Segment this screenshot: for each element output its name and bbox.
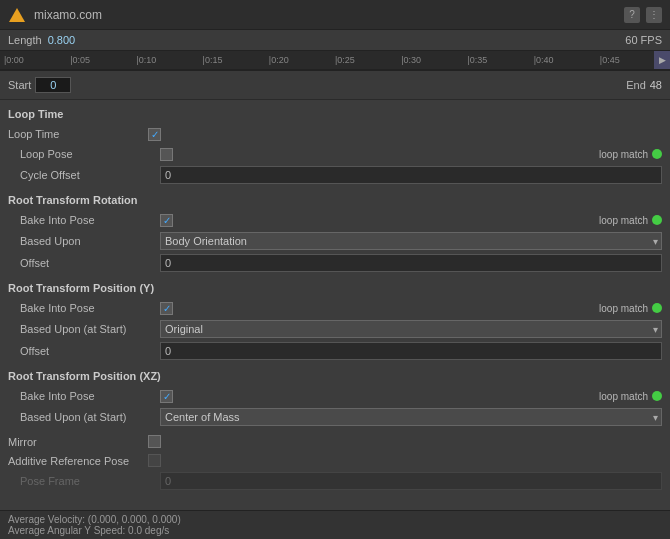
- root-position-y-offset-label: Offset: [20, 345, 160, 357]
- help-button[interactable]: ?: [624, 7, 640, 23]
- root-position-y-loop-match-label: loop match: [599, 303, 648, 314]
- ruler-mark-7: |0:35: [467, 55, 533, 65]
- root-rotation-based-upon-select[interactable]: Body Orientation Original Root Node Rota…: [160, 232, 662, 250]
- ruler-mark-4: |0:20: [269, 55, 335, 65]
- root-rotation-based-upon-label: Based Upon: [20, 235, 160, 247]
- root-position-y-bake-row: Bake Into Pose loop match: [0, 298, 670, 318]
- menu-button[interactable]: ⋮: [646, 7, 662, 23]
- loop-time-section-header: Loop Time: [0, 104, 670, 124]
- root-position-xz-based-upon-select[interactable]: Center of Mass Original Root Node Positi…: [160, 408, 662, 426]
- root-rotation-bake-controls: loop match: [160, 214, 662, 227]
- pose-frame-value: 0: [160, 472, 662, 490]
- cycle-offset-value[interactable]: 0: [160, 166, 662, 184]
- mirror-row: Mirror: [0, 432, 670, 451]
- root-position-xz-based-upon-row: Based Upon (at Start) Center of Mass Ori…: [0, 406, 670, 428]
- loop-pose-loop-match-label: loop match: [599, 149, 648, 160]
- ruler-mark-6: |0:30: [401, 55, 467, 65]
- length-row: Length 0.800 60 FPS: [0, 30, 670, 50]
- root-position-xz-bake-controls: loop match: [160, 390, 662, 403]
- start-end-row: Start End 48: [0, 71, 670, 100]
- root-position-y-based-upon-label: Based Upon (at Start): [20, 323, 160, 335]
- root-rotation-loop-match-label: loop match: [599, 215, 648, 226]
- loop-pose-row: Loop Pose loop match: [0, 144, 670, 164]
- loop-time-row: Loop Time: [0, 124, 670, 144]
- root-rotation-based-upon-wrap: Body Orientation Original Root Node Rota…: [160, 232, 662, 250]
- root-rotation-section-header: Root Transform Rotation: [0, 190, 670, 210]
- root-rotation-offset-value[interactable]: 0: [160, 254, 662, 272]
- logo-icon: [8, 6, 26, 24]
- additive-ref-pose-checkbox[interactable]: [148, 454, 161, 467]
- ruler-mark-0: |0:00: [4, 55, 70, 65]
- root-position-y-loop-match: loop match: [599, 303, 662, 314]
- title-text: mixamo.com: [34, 8, 616, 22]
- loop-pose-green-dot: [652, 149, 662, 159]
- title-actions: ? ⋮: [624, 7, 662, 23]
- root-rotation-offset-label: Offset: [20, 257, 160, 269]
- root-position-y-bake-controls: loop match: [160, 302, 662, 315]
- root-position-y-green-dot: [652, 303, 662, 313]
- root-rotation-based-upon-row: Based Upon Body Orientation Original Roo…: [0, 230, 670, 252]
- root-rotation-loop-match: loop match: [599, 215, 662, 226]
- root-rotation-bake-row: Bake Into Pose loop match: [0, 210, 670, 230]
- length-value: 0.800: [48, 34, 76, 46]
- root-position-xz-loop-match-label: loop match: [599, 391, 648, 402]
- root-position-xz-bake-checkbox[interactable]: [160, 390, 173, 403]
- root-position-y-section-header: Root Transform Position (Y): [0, 278, 670, 298]
- fps-label: 60 FPS: [625, 34, 662, 46]
- mirror-label: Mirror: [8, 436, 148, 448]
- cycle-offset-row: Cycle Offset 0: [0, 164, 670, 186]
- root-position-y-bake-label: Bake Into Pose: [20, 302, 160, 314]
- svg-marker-0: [9, 8, 25, 22]
- status-line-1: Average Velocity: (0.000, 0.000, 0.000): [8, 514, 662, 525]
- title-bar: mixamo.com ? ⋮: [0, 0, 670, 30]
- root-position-xz-based-upon-wrap: Center of Mass Original Root Node Positi…: [160, 408, 662, 426]
- loop-time-checkbox[interactable]: [148, 128, 161, 141]
- additive-ref-pose-row: Additive Reference Pose: [0, 451, 670, 470]
- status-bar: Average Velocity: (0.000, 0.000, 0.000) …: [0, 510, 670, 539]
- status-line-2: Average Angular Y Speed: 0.0 deg/s: [8, 525, 662, 536]
- main-content: Loop Time Loop Time Loop Pose loop match…: [0, 100, 670, 527]
- end-label: End: [626, 79, 646, 91]
- root-position-xz-bake-row: Bake Into Pose loop match: [0, 386, 670, 406]
- ruler-mark-2: |0:10: [136, 55, 202, 65]
- pose-frame-row: Pose Frame 0: [0, 470, 670, 492]
- mirror-checkbox[interactable]: [148, 435, 161, 448]
- root-position-xz-bake-label: Bake Into Pose: [20, 390, 160, 402]
- root-rotation-offset-row: Offset 0: [0, 252, 670, 274]
- root-rotation-bake-checkbox[interactable]: [160, 214, 173, 227]
- loop-time-controls: [148, 128, 662, 141]
- ruler-mark-3: |0:15: [203, 55, 269, 65]
- end-value: 48: [650, 79, 662, 91]
- pose-frame-label: Pose Frame: [20, 475, 160, 487]
- loop-pose-checkbox[interactable]: [160, 148, 173, 161]
- root-position-xz-loop-match: loop match: [599, 391, 662, 402]
- ruler-mark-5: |0:25: [335, 55, 401, 65]
- root-position-xz-section-header: Root Transform Position (XZ): [0, 366, 670, 386]
- root-position-y-based-upon-select[interactable]: Original Center of Mass Root Node Positi…: [160, 320, 662, 338]
- root-rotation-green-dot: [652, 215, 662, 225]
- root-position-y-based-upon-wrap: Original Center of Mass Root Node Positi…: [160, 320, 662, 338]
- root-position-y-bake-checkbox[interactable]: [160, 302, 173, 315]
- loop-time-label: Loop Time: [8, 128, 148, 140]
- start-input[interactable]: [35, 77, 71, 93]
- root-position-xz-based-upon-label: Based Upon (at Start): [20, 411, 160, 423]
- ruler-mark-1: |0:05: [70, 55, 136, 65]
- additive-ref-pose-label: Additive Reference Pose: [8, 455, 148, 467]
- start-label: Start: [8, 79, 31, 91]
- loop-pose-loop-match: loop match: [599, 149, 662, 160]
- cycle-offset-label: Cycle Offset: [20, 169, 160, 181]
- root-position-xz-green-dot: [652, 391, 662, 401]
- root-position-y-offset-value[interactable]: 0: [160, 342, 662, 360]
- length-label: Length: [8, 34, 42, 46]
- ruler-end-button[interactable]: ▶: [654, 51, 670, 69]
- root-rotation-bake-label: Bake Into Pose: [20, 214, 160, 226]
- root-position-y-based-upon-row: Based Upon (at Start) Original Center of…: [0, 318, 670, 340]
- loop-pose-controls: loop match: [160, 148, 662, 161]
- ruler-labels: |0:00 |0:05 |0:10 |0:15 |0:20 |0:25 |0:3…: [0, 55, 670, 65]
- root-position-y-offset-row: Offset 0: [0, 340, 670, 362]
- loop-pose-label: Loop Pose: [20, 148, 160, 160]
- timeline-area: Length 0.800 60 FPS |0:00 |0:05 |0:10 |0…: [0, 30, 670, 71]
- ruler-mark-8: |0:40: [534, 55, 600, 65]
- timeline-ruler[interactable]: |0:00 |0:05 |0:10 |0:15 |0:20 |0:25 |0:3…: [0, 50, 670, 70]
